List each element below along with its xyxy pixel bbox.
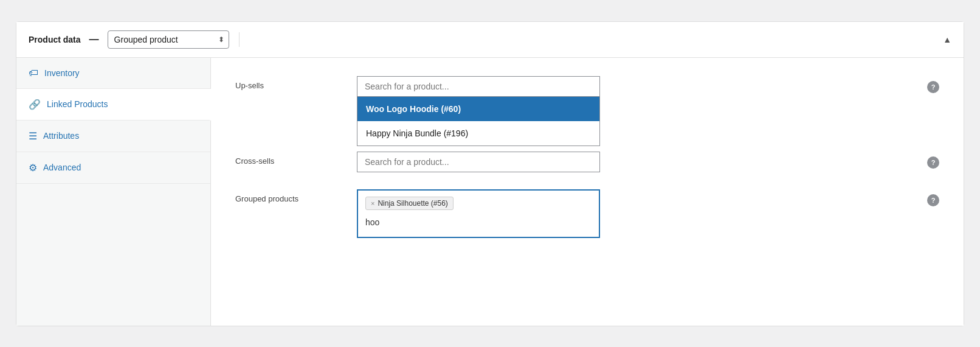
grouped-products-field-row: Grouped products × Ninja Silhouette (#56…	[235, 189, 939, 238]
list-icon: ☰	[29, 130, 37, 142]
panel-title-dash: —	[89, 34, 99, 45]
cross-sells-control	[357, 152, 921, 172]
dropdown-item-woo-logo-hoodie[interactable]: Woo Logo Hoodie (#60)	[357, 97, 599, 121]
product-tag-label-ninja-silhouette: Ninja Silhouette (#56)	[378, 199, 447, 208]
cross-sells-help-icon[interactable]: ?	[927, 156, 939, 169]
sidebar-item-linked-products-label: Linked Products	[47, 99, 108, 109]
grouped-products-help-icon[interactable]: ?	[927, 194, 939, 206]
upsells-control: Woo Logo Hoodie (#60) Happy Ninja Bundle…	[357, 76, 921, 97]
panel-collapse-button[interactable]: ▲	[943, 35, 951, 44]
grouped-products-box[interactable]: × Ninja Silhouette (#56)	[357, 189, 600, 238]
panel-divider	[239, 32, 240, 47]
grouped-products-control: × Ninja Silhouette (#56)	[357, 189, 921, 238]
upsells-field-row: Up-sells Woo Logo Hoodie (#60) Happy Nin…	[235, 76, 939, 97]
tag-icon: 🏷	[29, 68, 38, 79]
product-type-wrapper[interactable]: Simple product Grouped product External/…	[108, 30, 229, 49]
cross-sells-search-input[interactable]	[357, 152, 600, 172]
product-tag-ninja-silhouette: × Ninja Silhouette (#56)	[365, 197, 454, 210]
sidebar-item-linked-products[interactable]: 🔗 Linked Products	[16, 89, 211, 121]
product-tag-remove-ninja-silhouette[interactable]: ×	[371, 200, 374, 207]
upsells-label: Up-sells	[235, 76, 357, 90]
upsells-help-icon[interactable]: ?	[927, 81, 939, 93]
grouped-products-search-input[interactable]	[365, 216, 592, 228]
product-type-select[interactable]: Simple product Grouped product External/…	[108, 30, 229, 49]
sidebar-item-advanced-label: Advanced	[43, 163, 81, 172]
panel-title: Product data	[29, 35, 81, 44]
link-icon: 🔗	[29, 99, 41, 110]
sidebar-item-attributes[interactable]: ☰ Attributes	[16, 121, 210, 152]
panel-header: Product data — Simple product Grouped pr…	[16, 22, 964, 58]
sidebar-item-attributes-label: Attributes	[43, 131, 79, 141]
product-data-panel: Product data — Simple product Grouped pr…	[16, 21, 964, 326]
main-content: Up-sells Woo Logo Hoodie (#60) Happy Nin…	[211, 58, 964, 326]
cross-sells-label: Cross-sells	[235, 152, 357, 166]
sidebar-item-advanced[interactable]: ⚙ Advanced	[16, 152, 210, 184]
panel-body: 🏷 Inventory 🔗 Linked Products ☰ Attribut…	[16, 58, 964, 326]
gear-icon: ⚙	[29, 162, 37, 174]
upsells-search-input[interactable]	[357, 76, 600, 97]
grouped-products-label: Grouped products	[235, 189, 357, 203]
sidebar-item-inventory-label: Inventory	[44, 68, 80, 78]
sidebar-item-inventory[interactable]: 🏷 Inventory	[16, 58, 210, 89]
cross-sells-field-row: Cross-sells ?	[235, 152, 939, 172]
sidebar: 🏷 Inventory 🔗 Linked Products ☰ Attribut…	[16, 58, 211, 326]
dropdown-item-happy-ninja-bundle[interactable]: Happy Ninja Bundle (#196)	[357, 121, 599, 145]
upsells-dropdown: Woo Logo Hoodie (#60) Happy Ninja Bundle…	[357, 97, 600, 146]
